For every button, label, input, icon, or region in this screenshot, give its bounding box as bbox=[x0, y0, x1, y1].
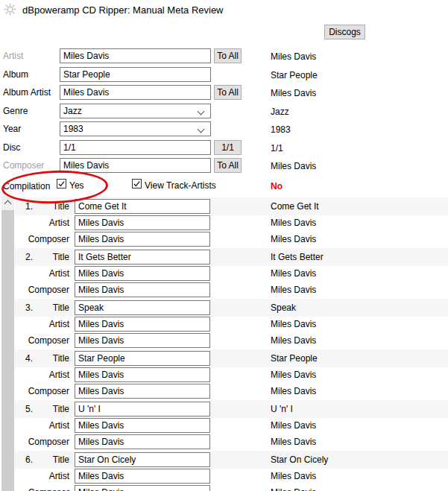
track-artist-label: Artist bbox=[0, 370, 69, 380]
track-artist-current-value: Miles Davis bbox=[271, 268, 316, 279]
track-title-input[interactable] bbox=[75, 452, 210, 467]
track-title-current-value: Star On Cicely bbox=[271, 454, 328, 465]
genre-selected-value: Jazz bbox=[63, 106, 82, 116]
track-artist-current-value: Miles Davis bbox=[271, 218, 316, 228]
album-artist-current-value: Miles Davis bbox=[271, 88, 316, 98]
year-label: Year bbox=[3, 124, 21, 134]
track-row: 6. Title Star On Cicely Artist Miles Dav… bbox=[0, 451, 448, 491]
year-selected-value: 1983 bbox=[63, 124, 83, 134]
composer-to-all-button[interactable]: To All bbox=[214, 158, 242, 173]
track-row: 2. Title It Gets Better Artist Miles Dav… bbox=[0, 248, 448, 299]
track-composer-label: Composer bbox=[0, 437, 69, 447]
track-composer-current-value: Miles Davis bbox=[271, 234, 316, 244]
manual-meta-review-window: dBpoweramp CD Ripper: Manual Meta Review… bbox=[0, 0, 448, 491]
track-row: 1. Title Come Get It Artist Miles Davis … bbox=[0, 197, 448, 248]
track-title-input[interactable] bbox=[75, 199, 210, 214]
track-title-label: Title bbox=[0, 454, 69, 465]
track-artist-label: Artist bbox=[0, 319, 69, 329]
compilation-checkbox[interactable] bbox=[57, 179, 66, 189]
track-composer-input[interactable] bbox=[75, 384, 210, 399]
track-title-input[interactable] bbox=[75, 402, 210, 416]
album-input[interactable] bbox=[60, 67, 211, 82]
album-artist-to-all-button[interactable]: To All bbox=[214, 85, 242, 100]
album-current-value: Star People bbox=[271, 70, 318, 80]
track-composer-label: Composer bbox=[0, 234, 69, 244]
track-artist-input[interactable] bbox=[75, 317, 210, 332]
discogs-button[interactable]: Discogs bbox=[324, 25, 365, 39]
view-track-artists-label: View Track-Artists bbox=[145, 180, 216, 191]
track-row: 3. Title Speak Artist Miles Davis Compos… bbox=[0, 299, 448, 349]
disc-count-button[interactable]: 1/1 bbox=[214, 140, 242, 155]
artist-to-all-button[interactable]: To All bbox=[214, 48, 242, 63]
track-composer-current-value: Miles Davis bbox=[271, 335, 316, 346]
track-artist-input[interactable] bbox=[75, 215, 210, 230]
track-artist-input[interactable] bbox=[75, 266, 210, 281]
track-artist-current-value: Miles Davis bbox=[271, 471, 316, 481]
album-artist-label: Album Artist bbox=[3, 87, 51, 98]
disc-label: Disc bbox=[3, 142, 20, 153]
disc-input[interactable] bbox=[60, 140, 211, 155]
track-composer-label: Composer bbox=[0, 487, 69, 491]
track-artist-current-value: Miles Davis bbox=[271, 370, 316, 380]
chevron-down-icon bbox=[198, 126, 205, 133]
track-artist-label: Artist bbox=[0, 471, 69, 481]
track-title-input[interactable] bbox=[75, 300, 210, 315]
track-row: 4. Title Star People Artist Miles Davis … bbox=[0, 349, 448, 400]
track-title-current-value: It Gets Better bbox=[271, 252, 324, 262]
track-composer-label: Composer bbox=[0, 386, 69, 396]
track-artist-label: Artist bbox=[0, 420, 69, 431]
track-composer-input[interactable] bbox=[75, 333, 210, 348]
genre-current-value: Jazz bbox=[271, 107, 289, 117]
track-artist-label: Artist bbox=[0, 218, 69, 228]
track-composer-current-value: Miles Davis bbox=[271, 386, 316, 396]
artist-input[interactable] bbox=[60, 48, 211, 63]
track-composer-current-value: Miles Davis bbox=[271, 285, 316, 295]
track-title-label: Title bbox=[0, 252, 69, 262]
track-artist-label: Artist bbox=[0, 268, 69, 279]
genre-dropdown[interactable]: Jazz bbox=[60, 104, 211, 118]
app-icon bbox=[4, 3, 16, 16]
track-artist-input[interactable] bbox=[75, 367, 210, 382]
disc-current-value: 1/1 bbox=[271, 143, 283, 153]
compilation-label: Compilation bbox=[3, 181, 50, 191]
track-composer-label: Composer bbox=[0, 335, 69, 346]
track-artist-input[interactable] bbox=[75, 469, 210, 484]
compilation-checkbox-label: Yes bbox=[69, 180, 84, 191]
composer-current-value: Miles Davis bbox=[271, 161, 316, 171]
track-composer-input[interactable] bbox=[75, 232, 210, 247]
check-icon bbox=[133, 180, 141, 188]
chevron-down-icon bbox=[198, 108, 205, 115]
album-label: Album bbox=[3, 69, 28, 80]
track-title-label: Title bbox=[0, 353, 69, 364]
track-row: 5. Title U 'n' I Artist Miles Davis Comp… bbox=[0, 400, 448, 451]
view-track-artists-checkbox[interactable] bbox=[132, 179, 142, 189]
track-list: 1. Title Come Get It Artist Miles Davis … bbox=[0, 197, 448, 491]
track-composer-input[interactable] bbox=[75, 282, 210, 297]
track-title-input[interactable] bbox=[75, 351, 210, 366]
track-composer-current-value: Miles Davis bbox=[271, 487, 316, 491]
genre-label: Genre bbox=[3, 106, 28, 116]
track-title-input[interactable] bbox=[75, 250, 210, 264]
album-artist-input[interactable] bbox=[60, 85, 211, 100]
track-title-label: Title bbox=[0, 404, 69, 414]
artist-current-value: Miles Davis bbox=[271, 51, 316, 62]
window-title: dBpoweramp CD Ripper: Manual Meta Review bbox=[22, 4, 224, 16]
track-title-current-value: U 'n' I bbox=[271, 404, 293, 414]
track-composer-input[interactable] bbox=[75, 434, 210, 449]
track-title-current-value: Speak bbox=[271, 302, 296, 313]
check-icon bbox=[57, 180, 66, 188]
compilation-current-value: No bbox=[271, 181, 283, 191]
year-current-value: 1983 bbox=[271, 124, 291, 135]
track-title-label: Title bbox=[0, 201, 69, 212]
track-title-current-value: Star People bbox=[271, 353, 318, 364]
track-artist-current-value: Miles Davis bbox=[271, 420, 316, 431]
track-composer-current-value: Miles Davis bbox=[271, 437, 316, 447]
composer-input[interactable] bbox=[60, 158, 211, 173]
artist-label: Artist bbox=[3, 51, 23, 61]
track-artist-input[interactable] bbox=[75, 418, 210, 433]
year-dropdown[interactable]: 1983 bbox=[60, 121, 211, 136]
track-artist-current-value: Miles Davis bbox=[271, 319, 316, 329]
track-title-current-value: Come Get It bbox=[271, 201, 319, 212]
track-composer-label: Composer bbox=[0, 285, 69, 295]
track-composer-input[interactable] bbox=[75, 485, 210, 491]
